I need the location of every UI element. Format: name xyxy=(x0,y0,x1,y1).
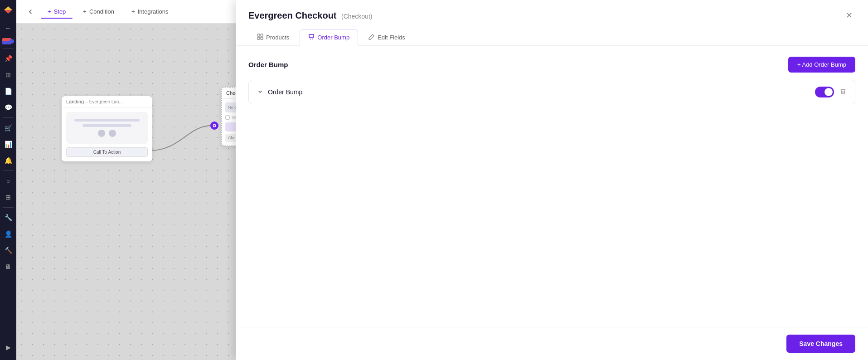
order-bump-label: Order Bump xyxy=(268,88,302,96)
landing-node-preview xyxy=(66,112,148,144)
divider1 xyxy=(3,48,14,49)
tab-condition[interactable]: + Condition xyxy=(76,5,121,18)
edit-fields-tab-icon xyxy=(369,34,375,41)
order-bump-delete-button[interactable] xyxy=(839,88,847,97)
chart-icon[interactable]: 📊 xyxy=(1,137,15,151)
section-title: Order Bump xyxy=(248,61,288,68)
tab-order-bump-label: Order Bump xyxy=(317,34,349,41)
right-panel: Evergreen Checkout (Checkout) ✕ Products… xyxy=(236,0,868,360)
landing-node-name: Evergreen Lan... xyxy=(89,99,123,104)
checkout-checkbox xyxy=(225,115,230,120)
chat-icon[interactable]: 💬 xyxy=(1,100,15,115)
dot-icon xyxy=(10,39,14,44)
preview-circles xyxy=(98,130,116,137)
order-bump-right xyxy=(815,87,847,97)
panel-tabs: Products Order Bump Edit Fields xyxy=(248,29,855,45)
main-area: + Step + Condition + Integrations xyxy=(16,0,868,360)
products-tab-icon xyxy=(257,34,263,41)
user-icon[interactable]: 👤 xyxy=(1,227,15,241)
tab-condition-plus: + xyxy=(83,8,87,15)
monitor-icon[interactable]: 🖥 xyxy=(1,259,15,274)
sidebar-logo xyxy=(1,4,15,16)
panel-title: Evergreen Checkout xyxy=(248,10,337,20)
tab-integrations[interactable]: + Integrations xyxy=(125,5,175,18)
bell-icon[interactable]: 🔔 xyxy=(1,153,15,168)
landing-node-header: Landing - Evergreen Lan... xyxy=(62,96,152,107)
preview-line-2 xyxy=(82,124,131,127)
panel-footer: Save Changes xyxy=(236,327,868,360)
preview-circle-1 xyxy=(98,130,105,137)
order-bump-chevron[interactable] xyxy=(257,88,263,96)
tab-step-plus: + xyxy=(48,8,51,15)
divider2 xyxy=(3,117,14,118)
layers-icon[interactable]: ⊞ xyxy=(1,68,15,82)
tab-products-label: Products xyxy=(266,34,289,41)
svg-point-8 xyxy=(310,39,311,39)
pin-icon[interactable]: 📌 xyxy=(1,51,15,66)
panel-title-group: Evergreen Checkout (Checkout) xyxy=(248,10,372,21)
play-icon[interactable]: ▶ xyxy=(1,340,15,355)
flow-icon[interactable]: ⊞ xyxy=(1,190,15,204)
back-button[interactable] xyxy=(24,5,37,19)
shop-icon[interactable]: 🛒 xyxy=(1,121,15,135)
panel-subtitle: (Checkout) xyxy=(341,13,372,20)
doc-icon[interactable]: 📄 xyxy=(1,84,15,98)
panel-header: Evergreen Checkout (Checkout) ✕ Products… xyxy=(236,0,868,46)
svg-rect-6 xyxy=(257,37,260,39)
order-bump-left: Order Bump xyxy=(257,88,302,96)
panel-title-row: Evergreen Checkout (Checkout) ✕ xyxy=(248,9,855,22)
landing-node-type: Landing xyxy=(66,99,84,104)
landing-node[interactable]: Landing - Evergreen Lan... Call To Actio… xyxy=(62,96,152,161)
connector-dot xyxy=(210,122,218,130)
toggle-knob xyxy=(824,88,833,96)
svg-rect-4 xyxy=(257,34,260,36)
order-bump-item: Order Bump xyxy=(248,80,855,104)
panel-body: Order Bump + Add Order Bump Order Bump xyxy=(236,46,868,327)
tab-edit-fields[interactable]: Edit Fields xyxy=(360,29,414,45)
order-bump-toggle[interactable] xyxy=(815,87,834,97)
section-header: Order Bump + Add Order Bump xyxy=(248,57,855,73)
wrench-icon[interactable]: 🔨 xyxy=(1,243,15,258)
landing-cta-button[interactable]: Call To Action xyxy=(66,147,148,157)
add-order-bump-button[interactable]: + Add Order Bump xyxy=(788,57,855,73)
tool-icon[interactable]: 🔧 xyxy=(1,210,15,225)
order-bump-tab-icon xyxy=(308,34,315,41)
svg-rect-5 xyxy=(261,34,263,36)
tab-edit-fields-label: Edit Fields xyxy=(378,34,405,41)
landing-node-body: Call To Action xyxy=(62,107,152,161)
preview-circle-2 xyxy=(109,130,116,137)
circle-icon[interactable]: ○ xyxy=(1,174,15,188)
tab-step[interactable]: + Step xyxy=(41,5,73,19)
tab-condition-label: Condition xyxy=(89,8,114,15)
tab-products[interactable]: Products xyxy=(248,29,298,45)
tab-order-bump[interactable]: Order Bump xyxy=(300,29,358,46)
tab-integrations-plus: + xyxy=(131,8,135,15)
divider4 xyxy=(3,207,14,208)
svg-point-9 xyxy=(312,39,313,39)
back-nav-icon[interactable]: ← xyxy=(1,21,15,35)
panel-close-button[interactable]: ✕ xyxy=(843,9,855,22)
sidebar: ← 📌 ⊞ 📄 💬 🛒 📊 🔔 ○ ⊞ 🔧 👤 🔨 🖥 ▶ xyxy=(0,0,16,360)
save-changes-button[interactable]: Save Changes xyxy=(786,335,855,353)
tab-step-label: Step xyxy=(54,8,66,15)
tab-integrations-label: Integrations xyxy=(137,8,168,15)
divider3 xyxy=(3,170,14,171)
svg-rect-7 xyxy=(261,37,263,39)
preview-line-1 xyxy=(74,119,140,122)
